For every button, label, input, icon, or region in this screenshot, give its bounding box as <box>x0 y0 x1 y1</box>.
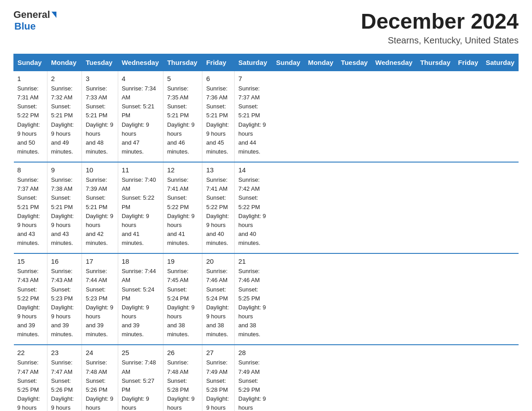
day-number: 6 <box>206 75 231 82</box>
calendar-cell: 14Sunrise: 7:42 AMSunset: 5:22 PMDayligh… <box>235 162 272 253</box>
day-info: Sunrise: 7:40 AMSunset: 5:22 PMDaylight:… <box>122 176 159 248</box>
day-number: 28 <box>238 349 269 356</box>
day-number: 11 <box>122 166 159 174</box>
day-info: Sunrise: 7:31 AMSunset: 5:22 PMDaylight:… <box>17 84 44 156</box>
header-tuesday: Tuesday <box>82 54 118 71</box>
day-number: 19 <box>167 257 198 265</box>
calendar-cell: 1Sunrise: 7:31 AMSunset: 5:22 PMDaylight… <box>14 71 47 163</box>
day-info: Sunrise: 7:34 AMSunset: 5:21 PMDaylight:… <box>122 84 159 156</box>
day-info: Sunrise: 7:47 AMSunset: 5:25 PMDaylight:… <box>17 358 44 411</box>
header-day-monday: Monday <box>304 54 337 71</box>
header-sunday: Sunday <box>14 54 47 71</box>
day-number: 16 <box>51 257 78 265</box>
calendar-cell: 6Sunrise: 7:36 AMSunset: 5:21 PMDaylight… <box>202 71 235 163</box>
day-number: 23 <box>51 349 78 356</box>
calendar-cell: 5Sunrise: 7:35 AMSunset: 5:21 PMDaylight… <box>163 71 202 163</box>
calendar-cell: 24Sunrise: 7:48 AMSunset: 5:26 PMDayligh… <box>82 345 118 411</box>
calendar-cell: 12Sunrise: 7:41 AMSunset: 5:22 PMDayligh… <box>163 162 202 253</box>
day-number: 25 <box>122 349 159 356</box>
calendar-table: SundayMondayTuesdayWednesdayThursdayFrid… <box>13 54 519 411</box>
header-friday: Friday <box>202 54 235 71</box>
day-number: 1 <box>17 75 44 82</box>
day-number: 15 <box>17 257 44 265</box>
header-day-wednesday: Wednesday <box>372 54 416 71</box>
logo-blue-text: Blue <box>14 21 36 32</box>
day-number: 18 <box>122 257 159 265</box>
day-info: Sunrise: 7:43 AMSunset: 5:23 PMDaylight:… <box>51 267 78 339</box>
header-wednesday: Wednesday <box>118 54 163 71</box>
day-number: 12 <box>167 166 198 174</box>
calendar-cell: 19Sunrise: 7:45 AMSunset: 5:24 PMDayligh… <box>163 253 202 345</box>
day-number: 22 <box>17 349 44 356</box>
day-info: Sunrise: 7:48 AMSunset: 5:27 PMDaylight:… <box>122 358 159 411</box>
day-info: Sunrise: 7:44 AMSunset: 5:24 PMDaylight:… <box>122 267 159 339</box>
day-number: 7 <box>238 75 269 82</box>
calendar-cell: 7Sunrise: 7:37 AMSunset: 5:21 PMDaylight… <box>235 71 272 163</box>
calendar-week-row: 8Sunrise: 7:37 AMSunset: 5:21 PMDaylight… <box>14 162 519 253</box>
day-info: Sunrise: 7:38 AMSunset: 5:21 PMDaylight:… <box>51 176 78 248</box>
calendar-cell: 16Sunrise: 7:43 AMSunset: 5:23 PMDayligh… <box>47 253 82 345</box>
calendar-cell: 10Sunrise: 7:39 AMSunset: 5:21 PMDayligh… <box>82 162 118 253</box>
calendar-cell: 28Sunrise: 7:49 AMSunset: 5:29 PMDayligh… <box>235 345 272 411</box>
day-info: Sunrise: 7:44 AMSunset: 5:23 PMDaylight:… <box>86 267 114 339</box>
logo-general-text: General <box>13 9 50 21</box>
page-header: General Blue December 2024 Stearns, Kent… <box>13 9 519 46</box>
header-day-thursday: Thursday <box>416 54 455 71</box>
calendar-cell: 17Sunrise: 7:44 AMSunset: 5:23 PMDayligh… <box>82 253 118 345</box>
day-number: 3 <box>86 75 114 82</box>
day-info: Sunrise: 7:32 AMSunset: 5:21 PMDaylight:… <box>51 84 78 156</box>
calendar-cell: 8Sunrise: 7:37 AMSunset: 5:21 PMDaylight… <box>14 162 47 253</box>
day-number: 26 <box>167 349 198 356</box>
day-info: Sunrise: 7:37 AMSunset: 5:21 PMDaylight:… <box>17 176 44 248</box>
calendar-cell: 9Sunrise: 7:38 AMSunset: 5:21 PMDaylight… <box>47 162 82 253</box>
calendar-cell: 20Sunrise: 7:46 AMSunset: 5:24 PMDayligh… <box>202 253 235 345</box>
calendar-cell: 26Sunrise: 7:48 AMSunset: 5:28 PMDayligh… <box>163 345 202 411</box>
day-info: Sunrise: 7:48 AMSunset: 5:28 PMDaylight:… <box>167 358 198 411</box>
day-info: Sunrise: 7:43 AMSunset: 5:22 PMDaylight:… <box>17 267 44 339</box>
calendar-cell: 22Sunrise: 7:47 AMSunset: 5:25 PMDayligh… <box>14 345 47 411</box>
header-day-saturday: Saturday <box>482 54 518 71</box>
day-info: Sunrise: 7:41 AMSunset: 5:22 PMDaylight:… <box>206 176 231 248</box>
day-info: Sunrise: 7:41 AMSunset: 5:22 PMDaylight:… <box>167 176 198 248</box>
calendar-cell: 25Sunrise: 7:48 AMSunset: 5:27 PMDayligh… <box>118 345 163 411</box>
day-info: Sunrise: 7:46 AMSunset: 5:24 PMDaylight:… <box>206 267 231 339</box>
day-info: Sunrise: 7:49 AMSunset: 5:28 PMDaylight:… <box>206 358 231 411</box>
day-info: Sunrise: 7:37 AMSunset: 5:21 PMDaylight:… <box>238 84 269 156</box>
calendar-cell: 23Sunrise: 7:47 AMSunset: 5:26 PMDayligh… <box>47 345 82 411</box>
calendar-cell: 27Sunrise: 7:49 AMSunset: 5:28 PMDayligh… <box>202 345 235 411</box>
day-info: Sunrise: 7:45 AMSunset: 5:24 PMDaylight:… <box>167 267 198 339</box>
day-number: 21 <box>238 257 269 265</box>
calendar-cell: 2Sunrise: 7:32 AMSunset: 5:21 PMDaylight… <box>47 71 82 163</box>
day-info: Sunrise: 7:35 AMSunset: 5:21 PMDaylight:… <box>167 84 198 156</box>
day-number: 24 <box>86 349 114 356</box>
calendar-cell: 3Sunrise: 7:33 AMSunset: 5:21 PMDaylight… <box>82 71 118 163</box>
calendar-cell: 15Sunrise: 7:43 AMSunset: 5:22 PMDayligh… <box>14 253 47 345</box>
calendar-cell: 13Sunrise: 7:41 AMSunset: 5:22 PMDayligh… <box>202 162 235 253</box>
day-info: Sunrise: 7:46 AMSunset: 5:25 PMDaylight:… <box>238 267 269 339</box>
page-subtitle: Stearns, Kentucky, United States <box>361 35 519 46</box>
header-day-tuesday: Tuesday <box>337 54 372 71</box>
day-number: 17 <box>86 257 114 265</box>
header-day-friday: Friday <box>454 54 482 71</box>
calendar-cell: 18Sunrise: 7:44 AMSunset: 5:24 PMDayligh… <box>118 253 163 345</box>
calendar-cell: 4Sunrise: 7:34 AMSunset: 5:21 PMDaylight… <box>118 71 163 163</box>
day-number: 10 <box>86 166 114 174</box>
day-info: Sunrise: 7:33 AMSunset: 5:21 PMDaylight:… <box>86 84 114 156</box>
calendar-week-row: 22Sunrise: 7:47 AMSunset: 5:25 PMDayligh… <box>14 345 519 411</box>
day-info: Sunrise: 7:48 AMSunset: 5:26 PMDaylight:… <box>86 358 114 411</box>
day-number: 27 <box>206 349 231 356</box>
day-number: 2 <box>51 75 78 82</box>
calendar-week-row: 15Sunrise: 7:43 AMSunset: 5:22 PMDayligh… <box>14 253 519 345</box>
calendar-cell: 11Sunrise: 7:40 AMSunset: 5:22 PMDayligh… <box>118 162 163 253</box>
day-number: 4 <box>122 75 159 82</box>
header-thursday: Thursday <box>163 54 202 71</box>
calendar-cell: 21Sunrise: 7:46 AMSunset: 5:25 PMDayligh… <box>235 253 272 345</box>
header-day-sunday: Sunday <box>272 54 304 71</box>
day-number: 13 <box>206 166 231 174</box>
calendar-header-row: SundayMondayTuesdayWednesdayThursdayFrid… <box>14 54 519 71</box>
day-info: Sunrise: 7:42 AMSunset: 5:22 PMDaylight:… <box>238 176 269 248</box>
header-monday: Monday <box>47 54 82 71</box>
day-info: Sunrise: 7:39 AMSunset: 5:21 PMDaylight:… <box>86 176 114 248</box>
title-area: December 2024 Stearns, Kentucky, United … <box>361 9 519 46</box>
day-info: Sunrise: 7:47 AMSunset: 5:26 PMDaylight:… <box>51 358 78 411</box>
